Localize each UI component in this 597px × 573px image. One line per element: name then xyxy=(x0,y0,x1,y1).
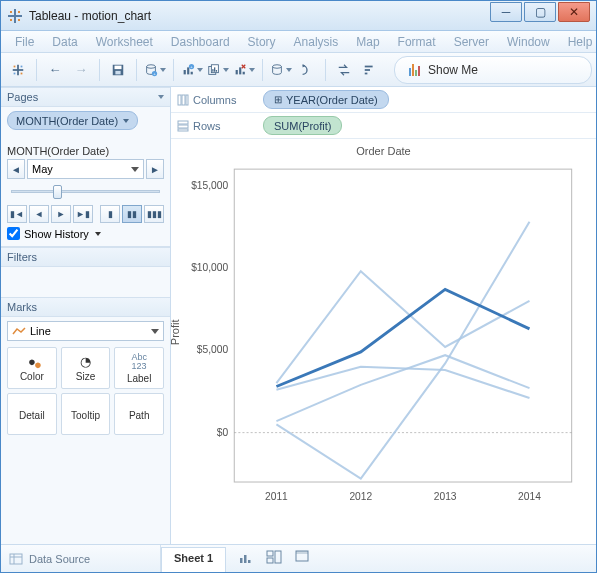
svg-rect-62 xyxy=(267,551,273,556)
skip-back-button[interactable]: ▮◄ xyxy=(7,205,27,223)
svg-rect-34 xyxy=(365,72,368,74)
svg-rect-4 xyxy=(10,19,12,21)
minimize-button[interactable]: ─ xyxy=(490,2,522,22)
filters-label: Filters xyxy=(7,251,37,263)
svg-rect-11 xyxy=(21,72,23,74)
mark-size-card[interactable]: ◔Size xyxy=(61,347,111,389)
show-history-label: Show History xyxy=(24,228,89,240)
speed-1-button[interactable]: ▮ xyxy=(100,205,120,223)
back-button[interactable]: ← xyxy=(44,59,66,81)
svg-rect-3 xyxy=(18,11,20,13)
page-slider[interactable] xyxy=(7,183,164,201)
columns-pill-year[interactable]: ⊞ YEAR(Order Date) xyxy=(263,90,389,109)
filters-shelf-header: Filters xyxy=(1,247,170,267)
svg-rect-8 xyxy=(14,65,16,67)
menu-dashboard[interactable]: Dashboard xyxy=(163,33,238,51)
pages-pill[interactable]: MONTH(Order Date) xyxy=(7,111,138,130)
forward-button[interactable]: → xyxy=(70,59,92,81)
play-forward-button[interactable]: ► xyxy=(51,205,71,223)
svg-rect-64 xyxy=(267,558,273,563)
menu-analysis[interactable]: Analysis xyxy=(286,33,347,51)
columns-shelf[interactable]: Columns ⊞ YEAR(Order Date) xyxy=(171,87,596,113)
play-back-button[interactable]: ◄ xyxy=(29,205,49,223)
speed-3-button[interactable]: ▮▮▮ xyxy=(144,205,164,223)
svg-rect-19 xyxy=(187,67,189,74)
svg-text:2011: 2011 xyxy=(265,491,288,502)
speed-2-button[interactable]: ▮▮ xyxy=(122,205,142,223)
rows-pill-label: SUM(Profit) xyxy=(274,120,331,132)
show-history-toggle[interactable]: Show History xyxy=(7,227,164,240)
save-button[interactable] xyxy=(107,59,129,81)
svg-rect-18 xyxy=(184,70,186,74)
pages-control-title: MONTH(Order Date) xyxy=(7,145,170,157)
data-source-label: Data Source xyxy=(29,553,90,565)
sheet-tab[interactable]: Sheet 1 xyxy=(161,547,226,572)
sort-asc-button[interactable] xyxy=(359,59,381,81)
mark-path-card[interactable]: Path xyxy=(114,393,164,435)
page-value-select[interactable]: May xyxy=(27,159,144,179)
pages-menu-icon[interactable] xyxy=(158,95,164,99)
mark-type-select[interactable]: Line xyxy=(7,321,164,341)
marks-shelf-header: Marks xyxy=(1,297,170,317)
svg-text:2014: 2014 xyxy=(518,491,541,502)
new-datasource-button[interactable]: + xyxy=(144,59,166,81)
window-title: Tableau - motion_chart xyxy=(29,9,490,23)
autoupdate-button[interactable] xyxy=(270,59,292,81)
svg-rect-42 xyxy=(178,129,188,131)
new-worksheet-icon[interactable] xyxy=(238,550,254,567)
page-prev-button[interactable]: ◄ xyxy=(7,159,25,179)
mark-detail-card[interactable]: Detail xyxy=(7,393,57,435)
maximize-button[interactable]: ▢ xyxy=(524,2,556,22)
svg-rect-40 xyxy=(178,121,188,124)
new-dashboard-icon[interactable] xyxy=(266,550,282,567)
rows-shelf[interactable]: Rows SUM(Profit) xyxy=(171,113,596,139)
menu-worksheet[interactable]: Worksheet xyxy=(88,33,161,51)
svg-rect-61 xyxy=(248,560,251,563)
menu-help[interactable]: Help xyxy=(560,33,597,51)
skip-forward-button[interactable]: ►▮ xyxy=(73,205,93,223)
mark-color-card[interactable]: ●●Color xyxy=(7,347,57,389)
tableau-logo-icon[interactable] xyxy=(7,59,29,81)
label-icon: Abc123 xyxy=(131,353,147,371)
svg-rect-25 xyxy=(212,69,213,72)
mark-label-card[interactable]: Abc123Label xyxy=(114,347,164,389)
pages-control: MONTH(Order Date) ◄ May ► ▮◄ ◄ ► ►▮ xyxy=(1,139,170,247)
svg-rect-39 xyxy=(186,95,188,105)
menu-window[interactable]: Window xyxy=(499,33,558,51)
filters-shelf[interactable] xyxy=(1,267,170,297)
show-me-label: Show Me xyxy=(428,63,478,77)
svg-text:2013: 2013 xyxy=(434,491,457,502)
svg-rect-38 xyxy=(182,95,185,105)
menu-server[interactable]: Server xyxy=(446,33,497,51)
svg-rect-63 xyxy=(275,551,281,563)
menu-story[interactable]: Story xyxy=(240,33,284,51)
new-worksheet-button[interactable]: + xyxy=(181,59,203,81)
toolbar: ← → + + Show Me xyxy=(1,53,596,87)
data-source-tab[interactable]: Data Source xyxy=(1,545,161,572)
svg-rect-20 xyxy=(191,71,193,74)
chart-plot[interactable]: $0$5,000$10,000$15,0002011201220132014 xyxy=(177,163,586,511)
duplicate-sheet-button[interactable] xyxy=(207,59,229,81)
svg-rect-56 xyxy=(10,554,22,564)
svg-text:$0: $0 xyxy=(217,427,229,438)
show-me-button[interactable]: Show Me xyxy=(394,56,592,84)
menu-file[interactable]: File xyxy=(7,33,42,51)
svg-rect-30 xyxy=(243,71,245,74)
menu-bar: File Data Worksheet Dashboard Story Anal… xyxy=(1,31,596,53)
page-next-button[interactable]: ► xyxy=(146,159,164,179)
close-button[interactable]: ✕ xyxy=(558,2,590,22)
menu-map[interactable]: Map xyxy=(348,33,387,51)
swap-button[interactable] xyxy=(333,59,355,81)
rows-pill-profit[interactable]: SUM(Profit) xyxy=(263,116,342,135)
new-story-icon[interactable] xyxy=(294,550,310,567)
show-me-icon xyxy=(409,64,420,76)
pages-label: Pages xyxy=(7,91,38,103)
clear-sheet-button[interactable] xyxy=(233,59,255,81)
run-update-button[interactable] xyxy=(296,59,318,81)
svg-text:$10,000: $10,000 xyxy=(191,262,228,273)
show-history-checkbox[interactable] xyxy=(7,227,20,240)
mark-tooltip-card[interactable]: Tooltip xyxy=(61,393,111,435)
menu-format[interactable]: Format xyxy=(390,33,444,51)
menu-data[interactable]: Data xyxy=(44,33,85,51)
chart-title: Order Date xyxy=(171,139,596,159)
